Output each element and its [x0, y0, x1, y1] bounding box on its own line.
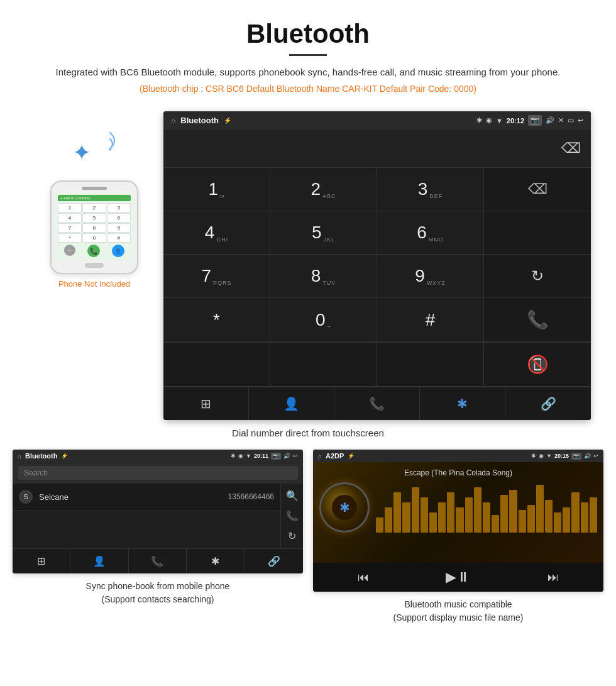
dial-key-8[interactable]: 8TUV: [270, 255, 377, 298]
music-cam-icon[interactable]: 📷: [571, 453, 581, 460]
dialpad-display: ⌫: [163, 130, 591, 167]
contact-entry-seicane[interactable]: S Seicane 13566664466: [13, 484, 280, 511]
pb-reload-icon[interactable]: ↻: [288, 530, 296, 542]
contact-letter: S: [19, 490, 33, 504]
bluetooth-music-icon: ✱: [339, 500, 350, 515]
viz-bar: [474, 487, 481, 533]
dial-empty-e1: [163, 343, 270, 387]
pb-bottom-bar: ⊞ 👤 📞 ✱ 🔗: [13, 548, 303, 573]
dial-key-0[interactable]: 0+: [270, 298, 377, 342]
screen-title: Bluetooth: [180, 116, 219, 125]
dial-key-5[interactable]: 5JKL: [270, 211, 377, 255]
phone-screen: + Add to Contacts 1 2 3 4 5 6 7 8 9 * 0 …: [55, 192, 133, 260]
music-usb-icon: ⚡: [348, 453, 355, 459]
pb-bottom-link[interactable]: 🔗: [245, 549, 303, 573]
camera-icon[interactable]: 📷: [528, 115, 542, 126]
dial-caption: Dial number direct from touchscreen: [0, 428, 616, 438]
dial-key-1[interactable]: 1∞: [163, 168, 270, 211]
car-dialpad-screen: ⌂ Bluetooth ⚡ ✱ ◉ ▼ 20:12 📷 🔊 ✕ ▭ ↩ ⌫: [163, 111, 591, 420]
usb-icon: ⚡: [224, 117, 231, 124]
music-caption: Bluetooth music compatible(Support displ…: [393, 598, 524, 624]
dial-key-7[interactable]: 7PQRS: [163, 255, 270, 298]
dial-key-4[interactable]: 4GHI: [163, 211, 270, 255]
back-icon[interactable]: ↩: [578, 116, 583, 124]
pb-home-icon[interactable]: ⌂: [18, 453, 21, 460]
bluetooth-icon: ✦: [72, 140, 91, 166]
viz-bar: [563, 507, 570, 533]
backspace-button[interactable]: ⌫: [561, 140, 581, 157]
pb-vol-icon[interactable]: 🔊: [283, 453, 290, 460]
next-track-btn[interactable]: ⏭: [547, 571, 559, 584]
phone-key-3: 3: [107, 203, 131, 213]
prev-track-btn[interactable]: ⏮: [358, 571, 369, 584]
play-pause-btn[interactable]: ▶⏸: [446, 569, 470, 585]
close-icon[interactable]: ✕: [558, 116, 564, 124]
dial-key-star[interactable]: *: [163, 298, 270, 342]
music-screen: ⌂ A2DP ⚡ ✱ ◉ ▼ 20:15 📷 🔊 ↩ Escape (The P…: [313, 450, 603, 592]
status-time: 20:12: [507, 117, 524, 124]
phonebook-search-area: Search: [13, 462, 303, 484]
volume-icon[interactable]: 🔊: [546, 116, 554, 124]
page-title: Bluetooth: [13, 19, 603, 49]
svg-point-0: [109, 148, 111, 151]
bottom-link-btn[interactable]: 🔗: [505, 387, 591, 420]
bottom-person-btn[interactable]: 👤: [249, 387, 334, 420]
phonebook-screen: ⌂ Bluetooth ⚡ ✱ ◉ ▼ 20:11 📷 🔊 ↩ Search: [13, 450, 303, 573]
music-panel: ⌂ A2DP ⚡ ✱ ◉ ▼ 20:15 📷 🔊 ↩ Escape (The P…: [313, 450, 603, 624]
music-sig-icon: ▼: [546, 453, 552, 460]
viz-bar: [412, 487, 419, 533]
viz-bar: [500, 495, 508, 533]
page-description: Integrated with BC6 Bluetooth module, su…: [13, 65, 603, 80]
dial-call-red-cell[interactable]: 📵: [484, 343, 591, 387]
viz-bar: [402, 502, 410, 533]
dial-key-3[interactable]: 3DEF: [377, 168, 484, 211]
viz-bar: [581, 502, 588, 533]
dial-empty-e3: [377, 343, 484, 387]
phone-key-0: 0: [82, 233, 106, 243]
contact-name: Seicane: [39, 492, 228, 502]
dial-empty-2: [484, 211, 591, 255]
pb-bottom-bt[interactable]: ✱: [187, 549, 245, 573]
pb-phone-icon[interactable]: 📞: [286, 510, 299, 522]
phone-back-btn: ←: [64, 245, 75, 256]
dial-key-9[interactable]: 9WXYZ: [377, 255, 484, 298]
search-bar[interactable]: Search: [18, 466, 298, 480]
dial-key-2[interactable]: 2ABC: [270, 168, 377, 211]
home-icon[interactable]: ⌂: [171, 116, 175, 125]
pb-layout: S Seicane 13566664466 🔍 📞 ↻: [13, 484, 303, 548]
pb-bottom-grid[interactable]: ⊞: [13, 549, 70, 573]
status-right: ✱ ◉ ▼ 20:12 📷 🔊 ✕ ▭ ↩: [476, 115, 583, 126]
music-content-area: Escape (The Pina Colada Song) ✱: [313, 462, 603, 563]
bottom-grid-btn[interactable]: ⊞: [163, 387, 249, 420]
dial-reload-cell[interactable]: ↻: [484, 255, 591, 298]
bottom-phone-btn[interactable]: 📞: [334, 387, 420, 420]
dial-call-green-cell[interactable]: 📞: [484, 298, 591, 342]
pb-search-icon[interactable]: 🔍: [286, 490, 299, 502]
search-placeholder: Search: [24, 468, 48, 477]
phone-side: ✦ + Add to Contacts 1 2 3 4 5 6: [25, 111, 163, 289]
pb-loc-icon: ◉: [238, 453, 243, 460]
pb-back-icon[interactable]: ↩: [293, 453, 298, 460]
music-back-icon[interactable]: ↩: [593, 453, 598, 460]
music-vol-icon[interactable]: 🔊: [584, 453, 591, 460]
dial-backspace-cell[interactable]: ⌫: [484, 168, 591, 211]
pb-status-bar: ⌂ Bluetooth ⚡ ✱ ◉ ▼ 20:11 📷 🔊 ↩: [13, 450, 303, 462]
pb-screen-title: Bluetooth: [25, 452, 57, 460]
bottom-bluetooth-btn[interactable]: ✱: [420, 387, 505, 420]
dial-key-6[interactable]: 6MNO: [377, 211, 484, 255]
phone-home-btn: [85, 263, 104, 268]
viz-bar: [519, 510, 526, 533]
viz-bar: [421, 497, 428, 533]
screen-icon[interactable]: ▭: [568, 116, 574, 124]
signal-icon: ▼: [496, 117, 503, 124]
pb-bottom-person[interactable]: 👤: [70, 549, 128, 573]
phone-key-5: 5: [82, 213, 106, 223]
dial-key-hash[interactable]: #: [377, 298, 484, 342]
contact-number: 13566664466: [228, 492, 274, 501]
phone-key-hash: #: [107, 233, 131, 243]
music-home-icon[interactable]: ⌂: [318, 453, 322, 460]
viz-bar: [465, 497, 473, 533]
pb-cam-icon[interactable]: 📷: [271, 453, 281, 460]
phone-key-2: 2: [82, 203, 106, 213]
pb-bottom-phone[interactable]: 📞: [129, 549, 187, 573]
